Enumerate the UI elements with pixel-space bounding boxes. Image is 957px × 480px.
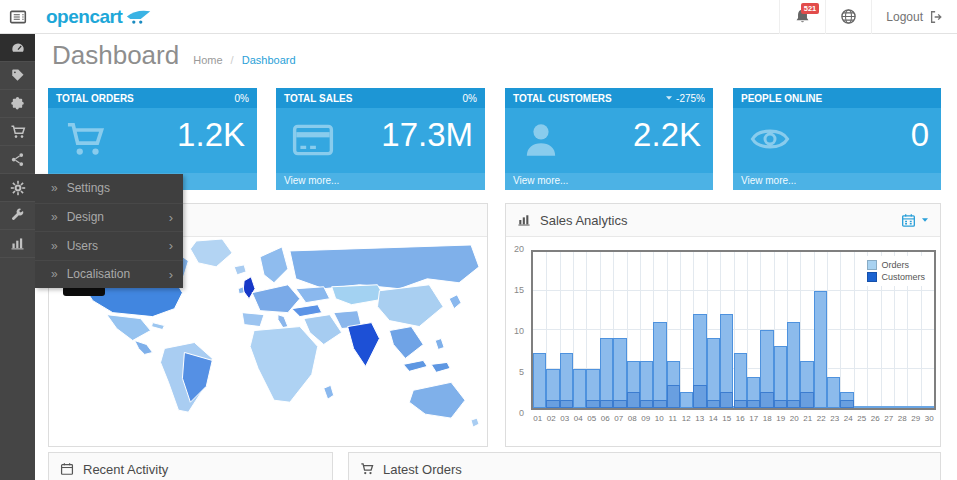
chart-bar-orders: [787, 322, 800, 408]
x-tick-label: 20: [788, 414, 802, 423]
gridline: [533, 290, 934, 291]
x-tick-label: 07: [612, 414, 626, 423]
chart-y-axis: 05101520: [506, 250, 527, 414]
x-tick-label: 02: [545, 414, 559, 423]
double-angle-icon: »: [51, 181, 58, 195]
y-tick-label: 0: [519, 408, 524, 418]
y-tick-label: 15: [514, 285, 524, 295]
tile-value: 1.2K: [177, 116, 245, 154]
chart-bar-orders: [573, 369, 586, 408]
chevron-right-icon: ›: [169, 238, 173, 253]
y-tick-label: 10: [514, 326, 524, 336]
menu-toggle-button[interactable]: [0, 0, 36, 34]
sales-analytics-panel: Sales Analytics 05101520 OrdersCustomers…: [505, 203, 941, 447]
notifications-button[interactable]: 521: [779, 0, 825, 34]
tile-percent: 0%: [463, 93, 477, 104]
x-tick-label: 04: [572, 414, 586, 423]
chart-legend: OrdersCustomers: [864, 256, 928, 286]
logout-button[interactable]: Logout: [871, 0, 957, 34]
view-more-link[interactable]: View more...: [733, 173, 941, 190]
x-tick-label: 08: [626, 414, 640, 423]
double-angle-icon: »: [51, 210, 58, 224]
chart-bar-orders: [814, 291, 827, 408]
tile-label: TOTAL ORDERS: [56, 93, 134, 104]
topbar-actions: 521 Logout: [779, 0, 957, 34]
chart-x-labels: 0102030405060708091011121314151617181920…: [531, 414, 936, 423]
tag-icon: [10, 68, 25, 83]
legend-swatch: [867, 272, 877, 282]
bar-chart-icon: [10, 236, 25, 251]
x-tick-label: 26: [869, 414, 883, 423]
sidebar-item-sales[interactable]: [0, 118, 35, 146]
chart-bar-orders: [613, 338, 626, 408]
calendar-icon: [60, 462, 74, 476]
breadcrumb-home[interactable]: Home: [193, 54, 222, 66]
x-tick-label: 22: [815, 414, 829, 423]
sidebar-item-catalog[interactable]: [0, 62, 35, 90]
gridline: [533, 329, 934, 330]
chart-bar-customers: [667, 385, 680, 408]
chart-bar-orders: [653, 322, 666, 408]
x-tick-label: 28: [896, 414, 910, 423]
chart-bar-customers: [600, 400, 613, 408]
chart-bar-customers: [560, 400, 573, 408]
topbar: opencart 521 Logout: [0, 0, 957, 34]
submenu-label: Users: [67, 239, 98, 253]
system-submenu: » Settings » Design › » Users › » Locali…: [35, 174, 183, 288]
view-more-link[interactable]: View more...: [276, 173, 485, 190]
gridline: [854, 252, 855, 408]
gridline: [680, 252, 681, 408]
menu-toggle-icon: [9, 8, 27, 26]
logo-text: opencart: [46, 6, 122, 28]
submenu-label: Design: [67, 210, 104, 224]
breadcrumb-separator: /: [231, 54, 234, 66]
tile-value: 0: [911, 116, 929, 154]
sidebar-item-tools[interactable]: [0, 202, 35, 230]
share-icon: [10, 152, 25, 167]
bar-chart-icon: [517, 213, 531, 227]
chart-bar-customers: [653, 400, 666, 408]
tile-total-customers: TOTAL CUSTOMERS -275% 2.2K View more...: [505, 88, 713, 190]
sidebar-item-marketing[interactable]: [0, 146, 35, 174]
calendar-icon: [901, 213, 916, 228]
sidebar-item-reports[interactable]: [0, 230, 35, 258]
submenu-item-localisation[interactable]: » Localisation ›: [35, 260, 183, 289]
logout-label: Logout: [886, 10, 923, 24]
x-tick-label: 14: [707, 414, 721, 423]
tile-label: PEOPLE ONLINE: [741, 93, 822, 104]
chevron-right-icon: ›: [169, 210, 173, 225]
submenu-item-users[interactable]: » Users ›: [35, 231, 183, 260]
view-more-link[interactable]: View more...: [505, 173, 713, 190]
credit-card-icon: [290, 119, 336, 161]
puzzle-icon: [10, 96, 25, 111]
legend-swatch: [867, 260, 877, 270]
x-tick-label: 06: [599, 414, 613, 423]
gridline: [840, 252, 841, 408]
x-tick-label: 10: [653, 414, 667, 423]
x-tick-label: 09: [639, 414, 653, 423]
breadcrumb: Home / Dashboard: [193, 54, 295, 66]
stores-button[interactable]: [825, 0, 871, 34]
sidebar-item-system[interactable]: [0, 174, 35, 202]
cart-icon: [10, 124, 26, 140]
globe-icon: [840, 8, 857, 25]
caret-down-icon: [665, 95, 673, 101]
x-tick-label: 23: [828, 414, 842, 423]
submenu-item-settings[interactable]: » Settings: [35, 174, 183, 203]
date-range-button[interactable]: [901, 213, 929, 228]
x-tick-label: 11: [666, 414, 680, 423]
sidebar-item-dashboard[interactable]: [0, 34, 35, 62]
sidebar-item-extensions[interactable]: [0, 90, 35, 118]
x-tick-label: 03: [558, 414, 572, 423]
breadcrumb-current[interactable]: Dashboard: [242, 54, 296, 66]
gear-icon: [10, 180, 26, 196]
caret-down-icon: [921, 217, 929, 223]
x-tick-label: 01: [531, 414, 545, 423]
tile-label: TOTAL CUSTOMERS: [513, 93, 612, 104]
y-tick-label: 20: [514, 244, 524, 254]
page-title: Dashboard: [52, 40, 179, 71]
chart-bar-customers: [774, 400, 787, 408]
submenu-item-design[interactable]: » Design ›: [35, 203, 183, 232]
chart-bar-customers: [693, 385, 706, 408]
opencart-logo[interactable]: opencart: [46, 6, 152, 28]
